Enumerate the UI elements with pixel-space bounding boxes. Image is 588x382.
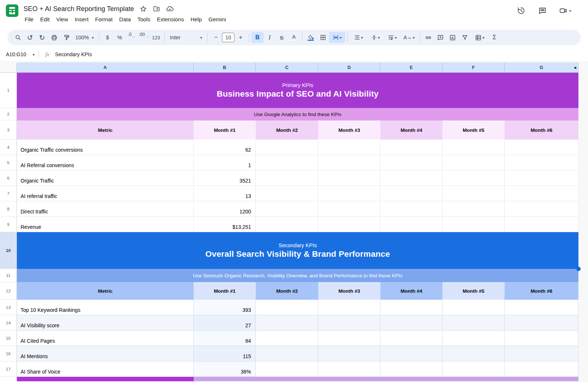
- create-filter-button[interactable]: [459, 32, 471, 43]
- metric-cell[interactable]: Organic Traffic: [17, 170, 194, 186]
- cell[interactable]: [380, 170, 442, 186]
- cloud-saved-icon[interactable]: [166, 5, 174, 13]
- cell[interactable]: [318, 155, 380, 170]
- menu-view[interactable]: View: [53, 15, 71, 24]
- menu-gemini[interactable]: Gemini: [205, 15, 229, 24]
- hidden-columns-icon[interactable]: ◀: [574, 66, 576, 69]
- undo-button[interactable]: ↺: [24, 32, 36, 43]
- cell[interactable]: [256, 331, 318, 346]
- vertical-align-button[interactable]: ▾: [367, 32, 384, 43]
- cell[interactable]: [505, 170, 578, 186]
- redo-button[interactable]: ↻: [36, 32, 48, 43]
- cell[interactable]: [318, 331, 380, 346]
- cell[interactable]: [380, 140, 442, 155]
- cell[interactable]: [442, 155, 505, 170]
- menu-data[interactable]: Data: [116, 15, 134, 24]
- cell[interactable]: [505, 201, 578, 217]
- metric-cell[interactable]: AI Share of Voice: [17, 361, 194, 377]
- cell[interactable]: [442, 361, 505, 377]
- secondary-header-month3[interactable]: Month #3: [318, 282, 380, 300]
- metric-cell[interactable]: AI Mentions: [17, 346, 194, 361]
- comments-icon[interactable]: [538, 6, 547, 15]
- row-header-8[interactable]: 8: [0, 201, 17, 217]
- sheets-logo-icon[interactable]: [6, 4, 18, 17]
- horizontal-align-button[interactable]: ▾: [350, 32, 367, 43]
- decrease-decimal-button[interactable]: .0←: [126, 32, 138, 43]
- primary-header-month5[interactable]: Month #5: [442, 120, 505, 140]
- value-cell[interactable]: 27: [194, 315, 256, 331]
- secondary-note-cell[interactable]: Use Semrush Organic Research, Visibility…: [17, 269, 578, 282]
- metric-cell[interactable]: AI referral traffic: [17, 186, 194, 201]
- cell[interactable]: [442, 201, 505, 217]
- primary-header-metric[interactable]: Metric: [17, 120, 194, 140]
- more-formats-button[interactable]: 123: [150, 32, 162, 43]
- star-icon[interactable]: [139, 5, 147, 13]
- row-header-3[interactable]: 3: [0, 120, 17, 140]
- cell[interactable]: [380, 331, 442, 346]
- cell[interactable]: [256, 346, 318, 361]
- column-header-d[interactable]: D: [318, 62, 380, 73]
- row-header-13[interactable]: 13: [0, 300, 17, 315]
- cell[interactable]: [380, 346, 442, 361]
- cell[interactable]: [442, 315, 505, 331]
- cell[interactable]: [318, 170, 380, 186]
- font-family-select[interactable]: Inter▾: [167, 32, 205, 43]
- insert-link-button[interactable]: [422, 32, 434, 43]
- cell[interactable]: [442, 170, 505, 186]
- secondary-header-month5[interactable]: Month #5: [442, 282, 505, 300]
- print-button[interactable]: [48, 32, 60, 43]
- value-cell[interactable]: 62: [194, 140, 256, 155]
- cell[interactable]: [318, 201, 380, 217]
- format-currency-button[interactable]: $: [101, 32, 114, 43]
- secondary-header-month6[interactable]: Month #6: [505, 282, 578, 300]
- row-header-16[interactable]: 16: [0, 346, 17, 361]
- row-header-4[interactable]: 4: [0, 140, 17, 155]
- cell[interactable]: [318, 346, 380, 361]
- row-header-7[interactable]: 7: [0, 186, 17, 201]
- merge-cells-button[interactable]: ▾: [329, 32, 345, 43]
- cell[interactable]: [505, 186, 578, 201]
- row-header-6[interactable]: 6: [0, 170, 17, 186]
- metric-cell[interactable]: AI Visibility score: [17, 315, 194, 331]
- cell[interactable]: [318, 217, 380, 232]
- row-header-12[interactable]: 12: [0, 282, 17, 300]
- value-cell[interactable]: 38%: [194, 361, 256, 377]
- cell[interactable]: [380, 201, 442, 217]
- cell[interactable]: [256, 155, 318, 170]
- primary-header-month6[interactable]: Month #6: [505, 120, 578, 140]
- format-percent-button[interactable]: %: [114, 32, 126, 43]
- row-header-5[interactable]: 5: [0, 155, 17, 170]
- menu-insert[interactable]: Insert: [71, 15, 92, 24]
- primary-header-month4[interactable]: Month #4: [380, 120, 442, 140]
- cell[interactable]: [505, 155, 578, 170]
- column-header-g[interactable]: G ◀: [505, 62, 578, 73]
- increase-font-size-button[interactable]: +: [234, 32, 247, 43]
- selection-fill-handle[interactable]: [576, 267, 581, 271]
- cell[interactable]: [318, 300, 380, 315]
- secondary-section-header-cell[interactable]: Secondary KPIs Overall Search Visibility…: [17, 232, 578, 269]
- name-box[interactable]: A10:G10 ▾: [0, 51, 38, 57]
- column-header-b[interactable]: B: [194, 62, 256, 73]
- column-header-e[interactable]: E: [380, 62, 442, 73]
- next-section-cell-a[interactable]: [17, 377, 194, 381]
- cell[interactable]: [380, 217, 442, 232]
- cell[interactable]: [442, 217, 505, 232]
- cell[interactable]: [318, 315, 380, 331]
- row-header-11[interactable]: 11: [0, 269, 17, 282]
- value-cell[interactable]: $13,251: [194, 217, 256, 232]
- cell[interactable]: [256, 140, 318, 155]
- primary-note-cell[interactable]: Use Google Analytics to find these KPIs: [17, 108, 578, 120]
- column-header-f[interactable]: F: [442, 62, 505, 73]
- row-header-14[interactable]: 14: [0, 315, 17, 331]
- cell[interactable]: [505, 140, 578, 155]
- decrease-font-size-button[interactable]: −: [210, 32, 222, 43]
- cell[interactable]: [380, 300, 442, 315]
- metric-cell[interactable]: AI Cited Pages: [17, 331, 194, 346]
- menu-tools[interactable]: Tools: [134, 15, 154, 24]
- secondary-header-month2[interactable]: Month #2: [256, 282, 318, 300]
- value-cell[interactable]: 393: [194, 300, 256, 315]
- text-color-button[interactable]: A: [288, 32, 300, 43]
- row-header-10[interactable]: 10: [0, 232, 17, 269]
- secondary-header-metric[interactable]: Metric: [17, 282, 194, 300]
- cell[interactable]: [505, 300, 578, 315]
